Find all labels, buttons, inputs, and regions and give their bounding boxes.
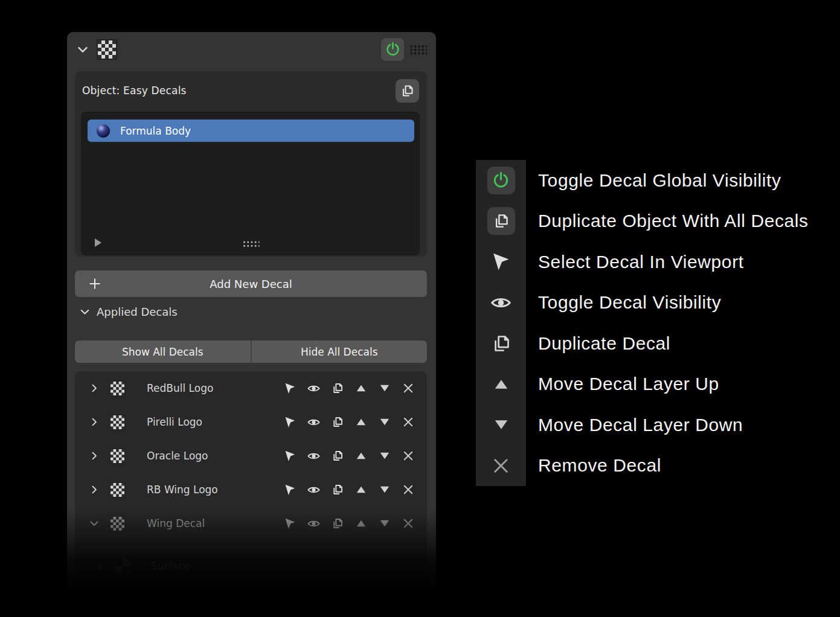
select-decal-icon[interactable]	[283, 517, 297, 531]
cursor-icon	[491, 252, 511, 272]
chevron-right-icon[interactable]	[89, 484, 100, 495]
eye-icon	[490, 292, 512, 314]
power-button	[487, 167, 515, 194]
legend-cell	[476, 404, 526, 446]
decal-row-expanded[interactable]: Wing Decal	[75, 507, 427, 540]
remove-decal-icon[interactable]	[401, 415, 415, 429]
decal-thumbnail-icon	[109, 448, 126, 464]
chevron-right-icon[interactable]	[89, 450, 100, 461]
chevron-right-icon	[95, 561, 105, 572]
remove-decal-icon[interactable]	[401, 382, 415, 395]
arrow-down-icon[interactable]	[377, 517, 391, 531]
legend-cell	[476, 201, 526, 242]
legend-cell	[476, 446, 526, 487]
eye-icon[interactable]	[307, 517, 321, 531]
duplicate-object-button	[487, 207, 515, 235]
legend-label: Remove Decal	[538, 446, 809, 487]
arrow-up-icon[interactable]	[354, 483, 368, 497]
decal-row[interactable]: RedBull Logo	[75, 371, 427, 405]
easy-decals-panel: Object: Easy Decals Formula Body	[67, 32, 436, 593]
object-label: Object: Easy Decals	[82, 85, 187, 97]
decal-name: RB Wing Logo	[147, 484, 218, 496]
duplicate-decal-icon[interactable]	[330, 415, 344, 429]
list-resize-handle[interactable]	[242, 240, 259, 247]
power-icon	[492, 171, 510, 190]
duplicate-icon	[490, 333, 512, 354]
duplicate-decal-icon[interactable]	[330, 517, 344, 531]
arrow-down-icon[interactable]	[377, 415, 391, 429]
arrow-up-icon	[494, 379, 508, 389]
duplicate-decal-icon[interactable]	[330, 483, 344, 497]
decal-thumbnail-icon	[109, 516, 126, 532]
remove-decal-icon[interactable]	[401, 449, 415, 463]
decal-thumbnail-icon	[109, 380, 126, 397]
surface-label: Surface	[151, 560, 190, 572]
duplicate-icon	[400, 83, 415, 98]
arrow-up-icon[interactable]	[354, 382, 368, 395]
legend-cell	[476, 241, 526, 283]
power-icon	[385, 41, 401, 57]
arrow-down-icon[interactable]	[377, 483, 391, 497]
decal-name: Oracle Logo	[147, 450, 208, 462]
material-sphere-icon	[115, 558, 130, 574]
decal-thumbnail-icon	[109, 482, 126, 498]
legend-label: Duplicate Decal	[538, 323, 809, 364]
remove-decal-icon[interactable]	[401, 483, 415, 497]
list-expand-icon[interactable]	[95, 238, 101, 247]
select-decal-icon[interactable]	[283, 483, 297, 497]
chevron-right-icon[interactable]	[89, 417, 100, 427]
arrow-up-icon[interactable]	[354, 415, 368, 429]
chevron-down-icon[interactable]	[76, 43, 89, 56]
panel-drag-handle[interactable]	[409, 44, 427, 55]
add-new-decal-label: Add New Decal	[210, 278, 292, 290]
arrow-down-icon[interactable]	[377, 382, 391, 395]
object-name: Formula Body	[120, 125, 191, 137]
decal-name: Pirelli Logo	[147, 416, 202, 428]
legend-icon-strip	[476, 160, 526, 486]
surface-subsection[interactable]: Surface	[95, 553, 190, 580]
show-all-decals-button[interactable]: Show All Decals	[75, 340, 251, 363]
arrow-up-icon[interactable]	[354, 517, 368, 531]
hide-all-decals-button[interactable]: Hide All Decals	[252, 340, 428, 363]
duplicate-decal-icon[interactable]	[330, 449, 344, 463]
chevron-down-icon[interactable]	[89, 518, 100, 529]
plus-icon	[88, 277, 101, 290]
decal-row[interactable]: Pirelli Logo	[75, 405, 427, 439]
eye-icon[interactable]	[307, 415, 321, 429]
legend-labels: Toggle Decal Global Visibility Duplicate…	[526, 160, 809, 486]
duplicate-object-button[interactable]	[396, 79, 419, 103]
select-decal-icon[interactable]	[283, 415, 297, 429]
decal-texture-icon	[97, 39, 117, 60]
legend-label: Toggle Decal Visibility	[538, 283, 809, 324]
arrow-down-icon[interactable]	[377, 449, 391, 463]
legend-label: Duplicate Object With All Decals	[538, 201, 809, 242]
eye-icon[interactable]	[307, 449, 321, 463]
decal-row[interactable]: RB Wing Logo	[75, 473, 427, 507]
duplicate-decal-icon[interactable]	[330, 382, 344, 395]
show-hide-button-group: Show All Decals Hide All Decals	[75, 340, 427, 363]
decal-thumbnail-icon	[109, 414, 126, 430]
object-sphere-icon	[97, 124, 110, 138]
select-decal-icon[interactable]	[283, 449, 297, 463]
applied-decals-title: Applied Decals	[97, 305, 178, 318]
applied-decals-header[interactable]: Applied Decals	[79, 305, 178, 318]
arrow-up-icon[interactable]	[354, 449, 368, 463]
chevron-down-icon	[79, 306, 91, 318]
eye-icon[interactable]	[307, 382, 321, 395]
object-list-item-selected[interactable]: Formula Body	[88, 120, 414, 142]
remove-decal-icon[interactable]	[401, 517, 415, 531]
arrow-down-icon	[494, 420, 508, 430]
add-new-decal-button[interactable]: Add New Decal	[75, 270, 427, 297]
legend-cell	[476, 160, 526, 201]
page-background: Object: Easy Decals Formula Body	[0, 0, 840, 617]
legend-label: Toggle Decal Global Visibility	[538, 160, 809, 201]
decal-row[interactable]: Oracle Logo	[75, 439, 427, 473]
legend-label: Move Decal Layer Up	[538, 364, 809, 405]
legend-cell	[476, 283, 526, 324]
object-list: Formula Body	[81, 112, 420, 255]
icon-legend: Toggle Decal Global Visibility Duplicate…	[476, 160, 809, 486]
select-decal-icon[interactable]	[283, 382, 297, 395]
chevron-right-icon[interactable]	[89, 383, 100, 394]
eye-icon[interactable]	[307, 483, 321, 497]
global-visibility-toggle-button[interactable]	[381, 38, 404, 61]
